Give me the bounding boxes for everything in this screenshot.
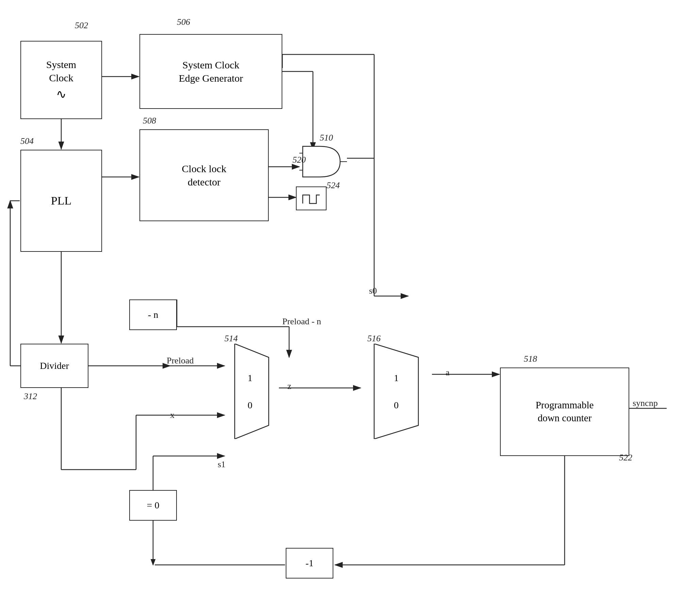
and-gate (299, 143, 347, 180)
system-clock-label: System Clock (46, 58, 76, 84)
divider-label: Divider (40, 360, 69, 372)
z-label: z (287, 381, 291, 391)
ref-504: 504 (20, 136, 34, 146)
ref-506: 506 (177, 17, 190, 27)
equals-zero-label: = 0 (147, 499, 160, 511)
pll-block: PLL (20, 150, 102, 252)
minus-n-label: - n (148, 309, 158, 321)
minus-one-label: -1 (305, 557, 313, 569)
svg-text:0: 0 (248, 400, 252, 410)
mux1: 1 0 (224, 344, 279, 439)
svg-text:1: 1 (248, 373, 252, 383)
svg-text:0: 0 (394, 400, 399, 410)
ref-508: 508 (143, 116, 156, 126)
minus-one-block: -1 (286, 548, 333, 578)
svg-marker-41 (235, 344, 269, 439)
pulse-block (296, 186, 327, 210)
prog-counter-label: Programmable down counter (536, 399, 594, 424)
ref-510: 510 (320, 133, 333, 143)
x-label: x (170, 410, 174, 420)
ref-502: 502 (75, 20, 88, 31)
s1-label: s1 (218, 459, 226, 470)
svg-marker-44 (374, 344, 418, 439)
ref-516: 516 (367, 333, 381, 344)
svg-text:1: 1 (394, 373, 399, 383)
prog-counter-block: Programmable down counter (500, 368, 629, 456)
clock-lock-block: Clock lock detector (139, 129, 269, 221)
ref-522: 522 (619, 453, 632, 463)
system-clock-wave: ∿ (46, 86, 76, 102)
edge-generator-label: System Clock Edge Generator (179, 58, 243, 85)
ref-520: 520 (293, 155, 306, 165)
mux2: 1 0 (361, 344, 432, 439)
syncnp-label: syncnp (633, 398, 658, 408)
divider-block: Divider (20, 344, 88, 388)
s0-label: s0 (369, 286, 377, 296)
system-clock-block: System Clock ∿ (20, 41, 102, 119)
minus-n-block: - n (129, 299, 177, 330)
equals-zero-block: = 0 (129, 490, 177, 521)
ref-524: 524 (327, 180, 340, 191)
edge-generator-block: System Clock Edge Generator (139, 34, 282, 109)
pll-label: PLL (51, 193, 71, 208)
ref-512: 312 (24, 391, 37, 402)
preload-n-label: Preload - n (282, 316, 321, 327)
ref-518: 518 (524, 354, 537, 364)
ref-514: 514 (224, 333, 238, 344)
clock-lock-label: Clock lock detector (182, 162, 227, 189)
a-label: a (446, 368, 450, 378)
preload-label: Preload (167, 356, 194, 366)
